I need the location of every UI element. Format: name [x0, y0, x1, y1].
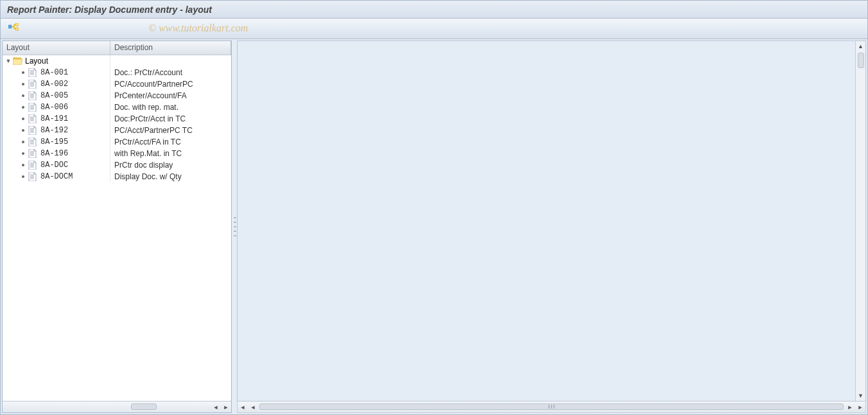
tree-item-row[interactable]: 8A-006Doc. with rep. mat.	[3, 102, 231, 113]
tree-item-desc: Doc:PrCtr/Acct in TC	[110, 114, 231, 123]
tree-item-row[interactable]: 8A-002PC/Account/PartnerPC	[3, 78, 231, 90]
tree-item-row[interactable]: 8A-001Doc.: PrCtr/Account	[3, 67, 231, 78]
detail-main: ▲ ▼	[237, 40, 866, 402]
detail-h-scrollbar[interactable]: ◄ ◄ ► ►	[237, 402, 866, 413]
scroll-up-icon[interactable]: ▲	[856, 41, 866, 51]
scroll-left-inner-icon[interactable]: ◄	[248, 402, 258, 413]
tree-h-scrollbar[interactable]: ◄ ►	[3, 401, 231, 412]
folder-open-icon	[13, 57, 22, 65]
bullet-icon	[22, 175, 24, 178]
bullet-icon	[22, 129, 24, 132]
tree-item-desc: Display Doc. w/ Qty	[110, 172, 231, 181]
bullet-icon	[22, 106, 24, 109]
tree-item-row[interactable]: 8A-DOCPrCtr doc display	[3, 159, 231, 171]
tree-scroll-track[interactable]	[3, 402, 211, 412]
scroll-right-icon[interactable]: ►	[221, 402, 231, 412]
document-icon	[28, 149, 37, 158]
tree-item-row[interactable]: 8A-DOCMDisplay Doc. w/ Qty	[3, 171, 231, 182]
tree-item-code: 8A-005	[40, 91, 68, 100]
tree-item-code: 8A-002	[40, 80, 68, 89]
document-icon	[28, 68, 37, 77]
flow-icon	[8, 23, 19, 34]
collapse-icon[interactable]: ▼	[5, 58, 12, 64]
app-window: Report Painter: Display Document entry -…	[0, 0, 868, 415]
bullet-icon	[22, 118, 24, 120]
nav-icon-button[interactable]	[6, 22, 21, 36]
document-icon	[28, 161, 37, 170]
tree-item-row[interactable]: 8A-191Doc:PrCtr/Acct in TC	[3, 113, 231, 125]
tree-item-desc: with Rep.Mat. in TC	[110, 149, 231, 158]
tree-item-code: 8A-192	[40, 126, 68, 135]
detail-v-scrollbar[interactable]: ▲ ▼	[855, 41, 865, 401]
bullet-icon	[22, 83, 24, 85]
tree-item-code: 8A-196	[40, 149, 68, 158]
tree-item-code: 8A-001	[40, 68, 68, 77]
tree-body: ▼ Layout 8A-001Doc.: PrCtr/Account8A-002…	[3, 55, 231, 401]
tree-item-code: 8A-DOCM	[40, 172, 73, 181]
document-icon	[28, 172, 37, 181]
document-icon	[28, 103, 37, 112]
bullet-icon	[22, 94, 24, 97]
tree-item-desc: PrCtr/Acct/FA in TC	[110, 137, 231, 146]
tree-root-label: Layout	[25, 57, 48, 66]
detail-panel: ▲ ▼ ◄ ◄ ► ►	[237, 40, 866, 413]
watermark-text: © www.tutorialkart.com	[148, 22, 248, 34]
tree-item-code: 8A-191	[40, 114, 68, 123]
v-scroll-thumb-top[interactable]	[858, 53, 864, 68]
document-icon	[28, 91, 37, 100]
bullet-icon	[22, 164, 24, 166]
tree-header-layout[interactable]: Layout	[3, 41, 110, 55]
content-body: Layout Description ▼ Layout	[1, 39, 867, 414]
scroll-right-inner-icon[interactable]: ►	[845, 402, 855, 413]
tree-item-row[interactable]: 8A-195PrCtr/Acct/FA in TC	[3, 136, 231, 148]
tree-item-row[interactable]: 8A-192PC/Acct/PartnerPC TC	[3, 125, 231, 136]
bullet-icon	[22, 152, 24, 155]
bullet-icon	[22, 141, 24, 143]
tree-scroll-thumb[interactable]	[131, 403, 157, 410]
tree-item-desc: PrCenter/Account/FA	[110, 91, 231, 100]
svg-rect-0	[8, 25, 12, 28]
bullet-icon	[22, 71, 24, 74]
tree-item-code: 8A-DOC	[40, 161, 68, 170]
tree-header: Layout Description	[3, 41, 231, 55]
document-icon	[28, 137, 37, 146]
document-icon	[28, 80, 37, 89]
tree-items-container: 8A-001Doc.: PrCtr/Account8A-002PC/Accoun…	[3, 67, 231, 182]
scroll-grip-icon	[548, 405, 555, 409]
tree-item-desc: PC/Acct/PartnerPC TC	[110, 126, 231, 135]
title-bar: Report Painter: Display Document entry -…	[1, 1, 867, 19]
svg-rect-2	[15, 28, 19, 30]
tree-item-desc: Doc. with rep. mat.	[110, 103, 231, 112]
splitter-grip-icon	[234, 217, 236, 236]
window-title: Report Painter: Display Document entry -…	[7, 4, 212, 15]
tree-item-code: 8A-006	[40, 103, 68, 112]
document-icon	[28, 126, 37, 135]
scroll-down-icon[interactable]: ▼	[856, 391, 866, 401]
tree-item-row[interactable]: 8A-196with Rep.Mat. in TC	[3, 148, 231, 159]
tree-header-description[interactable]: Description	[110, 41, 231, 55]
application-toolbar: © www.tutorialkart.com	[1, 19, 867, 39]
tree-item-desc: Doc.: PrCtr/Account	[110, 68, 231, 77]
tree-panel: Layout Description ▼ Layout	[2, 40, 232, 413]
svg-rect-1	[15, 23, 19, 26]
scroll-right-outer-icon[interactable]: ►	[855, 402, 865, 413]
tree-item-desc: PC/Account/PartnerPC	[110, 80, 231, 89]
tree-item-code: 8A-195	[40, 137, 68, 146]
document-icon	[28, 114, 37, 123]
scroll-left-outer-icon[interactable]: ◄	[238, 402, 248, 413]
tree-root-row[interactable]: ▼ Layout	[3, 55, 231, 67]
scroll-left-icon[interactable]: ◄	[211, 402, 221, 412]
tree-item-desc: PrCtr doc display	[110, 161, 231, 170]
detail-scroll-track[interactable]	[258, 402, 845, 412]
tree-item-row[interactable]: 8A-005PrCenter/Account/FA	[3, 90, 231, 102]
